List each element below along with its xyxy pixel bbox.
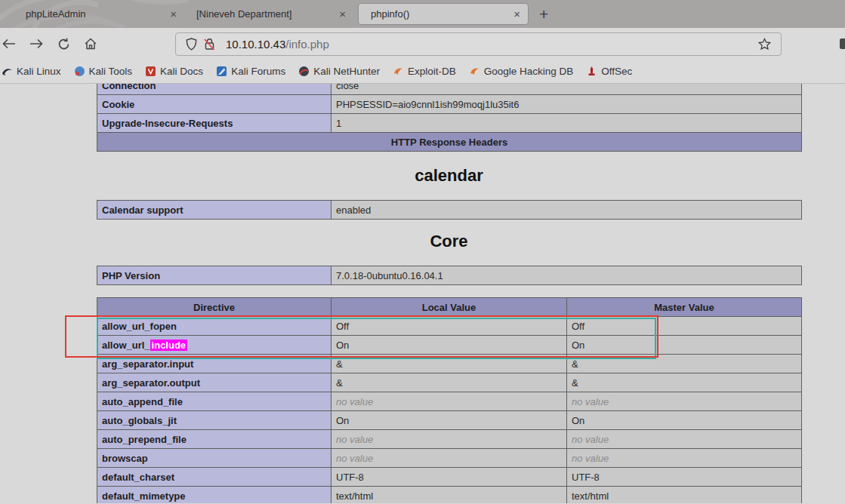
- bookmarks-toolbar: Kali Linux Kali Tools Kali Docs Kali For…: [0, 60, 845, 84]
- home-button[interactable]: [83, 36, 98, 51]
- table-row-allow-url-include: allow_url_include On On: [97, 336, 802, 355]
- tab-phpliteadmin[interactable]: phpLiteAdmin ×: [14, 0, 184, 28]
- table-row-auto-append-file: auto_append_file no value no value: [97, 392, 802, 411]
- bookmark-kali-linux[interactable]: Kali Linux: [2, 66, 61, 77]
- page-content: Connection close Cookie PHPSESSID=aio9cn…: [0, 84, 845, 503]
- table-row: PHP Version 7.0.18-0ubuntu0.16.04.1: [97, 266, 802, 285]
- bookmark-kali-docs[interactable]: Kali Docs: [145, 66, 203, 77]
- bookmark-kali-forums[interactable]: Kali Forums: [216, 66, 285, 77]
- close-icon[interactable]: ×: [170, 8, 177, 20]
- table-row-arg-separator-output: arg_separator.output & &: [97, 373, 802, 392]
- bookmark-kali-nethunter[interactable]: Kali NetHunter: [298, 66, 380, 77]
- table-header-row: Directive Local Value Master Value: [97, 298, 802, 317]
- table-row-default-mimetype: default_mimetype text/html text/html: [97, 487, 802, 504]
- kali-docs-icon: [145, 66, 156, 77]
- bookmark-exploit-db[interactable]: Exploit-DB: [393, 66, 456, 77]
- table-row: Connection close: [97, 84, 802, 95]
- table-section-header-row: HTTP Response Headers: [97, 133, 802, 152]
- new-tab-button[interactable]: +: [539, 6, 548, 22]
- php-version-table: PHP Version 7.0.18-0ubuntu0.16.04.1: [97, 266, 802, 285]
- section-title-calendar: calendar: [97, 166, 801, 186]
- http-headers-table: Connection close Cookie PHPSESSID=aio9cn…: [97, 84, 802, 152]
- tab-title: phpinfo(): [371, 8, 507, 20]
- bookmark-star-icon[interactable]: [757, 36, 772, 51]
- url-bar[interactable]: 10.10.10.43/info.php: [175, 32, 782, 56]
- url-host: 10.10.10.43: [226, 38, 285, 51]
- close-icon[interactable]: ×: [513, 8, 520, 20]
- kali-nethunter-icon: [298, 66, 310, 77]
- tab-nineveh-department[interactable]: [Nineveh Department] ×: [184, 0, 353, 28]
- bookmark-google-hacking-db[interactable]: Google Hacking DB: [469, 66, 574, 77]
- url-text: 10.10.10.43/info.php: [226, 38, 329, 51]
- kali-linux-icon: [2, 66, 13, 77]
- table-row: Calendar support enabled: [97, 201, 802, 220]
- menu-icon[interactable]: [840, 38, 845, 49]
- url-path: /info.php: [285, 38, 329, 51]
- tab-title: [Nineveh Department]: [196, 8, 333, 20]
- reload-button[interactable]: [56, 36, 71, 51]
- back-arrow-icon: [2, 38, 16, 49]
- table-row-allow-url-fopen: allow_url_fopen Off Off: [97, 317, 802, 336]
- core-directives-table: Directive Local Value Master Value allow…: [97, 297, 802, 503]
- find-highlight: include: [150, 340, 188, 351]
- table-row-auto-globals-jit: auto_globals_jit On On: [97, 411, 802, 430]
- reload-icon: [57, 38, 70, 51]
- shield-icon[interactable]: [183, 36, 199, 51]
- forward-arrow-icon: [29, 38, 43, 49]
- table-row-browscap: browscap no value no value: [97, 449, 802, 468]
- table-row: Upgrade-Insecure-Requests 1: [97, 114, 802, 133]
- google-hacking-db-icon: [469, 66, 480, 77]
- calendar-table: Calendar support enabled: [97, 200, 802, 220]
- tab-bar: phpLiteAdmin × [Nineveh Department] × ph…: [0, 0, 845, 28]
- kali-forums-icon: [216, 66, 227, 77]
- home-icon: [84, 38, 97, 50]
- forward-button[interactable]: [29, 36, 44, 51]
- insecure-lock-icon[interactable]: [202, 36, 217, 51]
- table-row: Cookie PHPSESSID=aio9cnnl1ish99moqj1lu35…: [97, 95, 802, 114]
- navigation-toolbar: 10.10.10.43/info.php: [0, 28, 845, 60]
- back-button[interactable]: [2, 36, 17, 51]
- tab-title: phpLiteAdmin: [26, 8, 164, 20]
- section-title-core: Core: [97, 232, 801, 251]
- bookmark-offsec[interactable]: OffSec: [586, 66, 632, 77]
- exploit-db-icon: [393, 66, 404, 77]
- table-row-default-charset: default_charset UTF-8 UTF-8: [97, 468, 802, 487]
- kali-tools-icon: [74, 66, 85, 77]
- offsec-icon: [586, 66, 597, 77]
- close-icon[interactable]: ×: [339, 8, 346, 20]
- tab-phpinfo[interactable]: phpinfo() ×: [358, 3, 529, 25]
- table-row-arg-separator-input: arg_separator.input & &: [97, 355, 802, 373]
- bookmark-kali-tools[interactable]: Kali Tools: [74, 66, 133, 77]
- table-row-auto-prepend-file: auto_prepend_file no value no value: [97, 430, 802, 449]
